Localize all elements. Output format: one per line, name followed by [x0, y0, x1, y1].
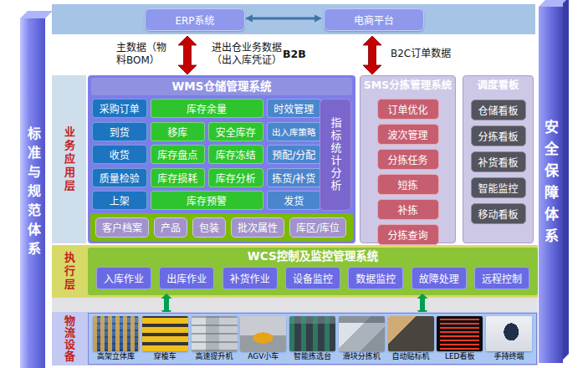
equipment-label: 穿梭车	[154, 352, 176, 361]
b2c-label: B2C订单数据	[391, 48, 451, 60]
equipment-label: AGV小车	[248, 352, 279, 361]
dashboard-title: 调度看板	[463, 76, 533, 95]
wcs-device-monitor[interactable]: 设备监控	[285, 267, 340, 289]
wms-func-stock-analysis[interactable]: 库存分析	[208, 168, 263, 187]
erp-system-node[interactable]: ERP系统	[145, 8, 245, 31]
equipment-label: 高速提升机	[195, 352, 233, 361]
base-product[interactable]: 产品	[154, 217, 187, 238]
equipment-label: LED看板	[445, 352, 475, 361]
connection-band	[52, 298, 538, 312]
equipment-item-picking-station: 智能拣选台	[289, 316, 336, 364]
wms-base-data-band: 客户档案 产品 包装 批次属性 库区/库位	[90, 213, 353, 241]
execution-layer-text: 执行层	[52, 245, 86, 298]
wms-func-aging-mgmt[interactable]: 时效管理	[267, 99, 322, 118]
sms-order-optimization[interactable]: 订单优化	[377, 99, 439, 120]
security-pillar: 安全保障体系	[539, 7, 563, 363]
b2c-data-double-arrow-icon	[362, 36, 382, 74]
wms-func-arrival[interactable]: 到货	[92, 122, 147, 141]
dashboard-smart-monitor[interactable]: 智能监控	[471, 177, 526, 198]
dashboard-sorting-board[interactable]: 分拣看板	[471, 125, 526, 146]
wcs-inbound-job[interactable]: 入库作业	[96, 267, 151, 289]
sms-short-pick[interactable]: 短拣	[377, 174, 439, 195]
base-zone-location[interactable]: 库区/库位	[289, 217, 346, 238]
sms-repick[interactable]: 补拣	[377, 199, 439, 220]
wms-func-purchase-order[interactable]: 采购订单	[92, 99, 147, 118]
wcs-data-monitor[interactable]: 数据监控	[348, 267, 403, 289]
inout-line1: 进出仓业务数据	[212, 42, 282, 54]
wms-func-shipping[interactable]: 发货	[267, 191, 322, 210]
wms-func-receiving[interactable]: 收货	[92, 145, 147, 164]
master-data-line2: 料BOM）	[116, 54, 166, 67]
base-customer-files[interactable]: 客户档案	[95, 217, 149, 238]
equipment-item-agv: AGV小车	[239, 316, 287, 364]
equipment-item-slide-sorter: 滑块分拣机	[338, 316, 386, 364]
wms-func-stock-loss[interactable]: 库存损耗	[151, 168, 206, 187]
wcs-remote-control[interactable]: 远程控制	[474, 267, 529, 289]
inout-line2: （出入库凭证）	[212, 54, 282, 67]
photo-agv-cart	[240, 316, 286, 351]
equipment-label: 自动贴标机	[391, 352, 429, 361]
photo-high-speed-lifter	[192, 316, 238, 351]
wms-func-stock-alert[interactable]: 库存预警	[151, 191, 263, 210]
wms-function-grid: 采购订单 库存余量 时效管理 到货 移库 安全库存 出入库策略 收货 库存盘点 …	[92, 99, 321, 210]
equipment-label: 滑块分拣机	[343, 352, 381, 361]
kpi-statistics-label: 指标统计分析	[328, 117, 344, 192]
photo-asrs-warehouse	[93, 316, 139, 351]
layer-label-business: 业务应用层	[52, 75, 86, 243]
wms-func-putaway[interactable]: 上架	[92, 191, 147, 210]
base-packaging[interactable]: 包装	[192, 217, 226, 238]
equipment-layer-text: 物流设备	[52, 312, 86, 365]
equipment-item-led-board: LED看板	[436, 316, 483, 364]
dashboard-panel: 调度看板 仓储看板 分拣看板 补货看板 智能监控 移动看板	[463, 75, 534, 243]
equipment-panel: 高架立体库 穿梭车 高速提升机 AGV小车 智能拣选台 滑块分拣机 自动贴标机	[88, 313, 537, 365]
wcs-panel: WCS控制及监控管理系统 入库作业 出库作业 补货作业 设备监控 数据监控 故障…	[88, 248, 538, 295]
sms-sorting-query[interactable]: 分拣查询	[377, 224, 439, 245]
dashboard-warehouse-board[interactable]: 仓储看板	[471, 100, 526, 120]
equipment-item-lifter: 高速提升机	[191, 316, 238, 364]
photo-smart-picking-station	[289, 316, 335, 351]
master-data-line1: 主数据（物	[116, 42, 166, 54]
dashboard-mobile-board[interactable]: 移动看板	[471, 203, 526, 224]
equipment-label: 智能拣选台	[294, 352, 331, 361]
kpi-statistics-box[interactable]: 指标统计分析	[320, 99, 351, 211]
standards-pillar: 标准与规范体系	[20, 18, 45, 368]
ecommerce-platform-node[interactable]: 电商平台	[324, 8, 424, 31]
security-pillar-label: 安全保障体系	[539, 7, 563, 363]
sms-panel: SMS分拣管理系统 订单优化 波次管理 分拣任务 短拣 补拣 分拣查询	[360, 75, 456, 243]
erp-data-double-arrow-icon	[177, 36, 197, 74]
photo-slide-sorter	[339, 316, 385, 351]
wms-func-safety-stock[interactable]: 安全库存	[208, 122, 263, 141]
wms-func-stock-freeze[interactable]: 库存冻结	[208, 145, 263, 164]
photo-handheld-terminal	[486, 316, 532, 351]
wms-func-preallocation[interactable]: 预配/分配	[267, 145, 322, 164]
wcs-function-row: 入库作业 出库作业 补货作业 设备监控 数据监控 故障处理 远程控制	[88, 264, 538, 289]
photo-shuttle-car	[142, 316, 188, 351]
wms-func-stock-balance[interactable]: 库存余量	[151, 99, 263, 118]
dashboard-replenish-board[interactable]: 补货看板	[471, 151, 526, 172]
erp-ecommerce-arrow-icon	[245, 14, 322, 23]
wms-func-quality-check[interactable]: 质量检验	[92, 168, 147, 187]
architecture-diagram: ERP系统 电商平台 主数据（物 料BOM） 进出仓业务数据 （出入库凭证） B…	[0, 0, 588, 368]
wms-func-move-stock[interactable]: 移库	[151, 122, 206, 141]
wcs-fault-handling[interactable]: 故障处理	[412, 267, 467, 289]
wcs-replenish-job[interactable]: 补货作业	[222, 267, 278, 289]
sms-sorting-task[interactable]: 分拣任务	[377, 149, 439, 170]
wms-panel: WMS仓储管理系统 采购订单 库存余量 时效管理 到货 移库 安全库存 出入库策…	[88, 75, 355, 243]
base-batch-attributes[interactable]: 批次属性	[231, 217, 284, 238]
sms-wave-management[interactable]: 波次管理	[377, 124, 439, 145]
equipment-item-shuttle: 穿梭车	[141, 316, 189, 364]
wms-func-stocktake[interactable]: 库存盘点	[151, 145, 206, 164]
wms-func-pick-replenish[interactable]: 拣货/补货	[267, 168, 322, 187]
equipment-item-handheld: 手持终端	[485, 316, 533, 364]
wcs-title: WCS控制及监控管理系统	[88, 248, 538, 264]
photo-led-board	[437, 316, 483, 351]
standards-pillar-label: 标准与规范体系	[20, 18, 45, 368]
business-layer-text: 业务应用层	[61, 126, 77, 193]
equipment-item-asrs: 高架立体库	[92, 316, 140, 364]
equipment-item-labeler: 自动贴标机	[387, 316, 435, 364]
inout-data-flow-label: 进出仓业务数据 （出入库凭证）	[212, 42, 282, 67]
master-data-flow-label: 主数据（物 料BOM）	[116, 42, 166, 67]
wms-title: WMS仓储管理系统	[91, 78, 352, 95]
wcs-outbound-job[interactable]: 出库作业	[159, 267, 214, 289]
wms-func-inout-strategy[interactable]: 出入库策略	[267, 122, 322, 141]
